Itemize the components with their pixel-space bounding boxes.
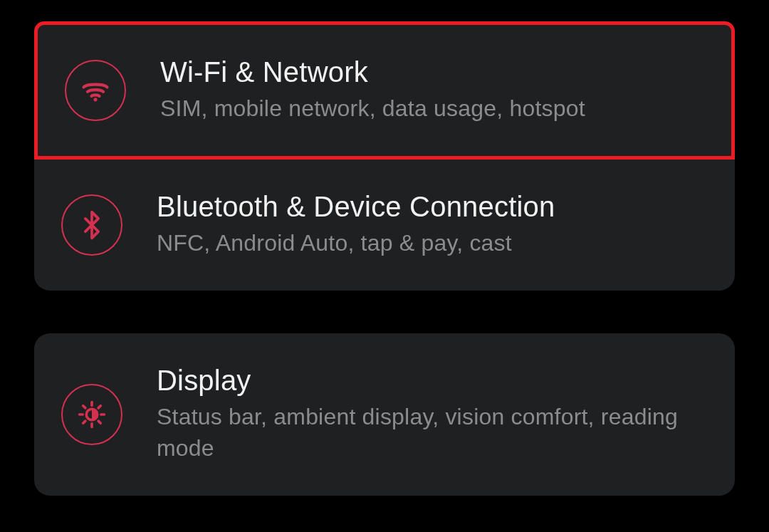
bluetooth-text-content: Bluetooth & Device Connection NFC, Andro… xyxy=(157,191,555,259)
svg-line-8 xyxy=(83,421,85,423)
svg-point-0 xyxy=(93,98,97,101)
svg-line-6 xyxy=(83,406,85,408)
display-text-content: Display Status bar, ambient display, vis… xyxy=(157,365,708,465)
wifi-title: Wi-Fi & Network xyxy=(160,56,585,88)
settings-card-group-1: Wi-Fi & Network SIM, mobile network, dat… xyxy=(34,21,735,291)
settings-row-bluetooth-device[interactable]: Bluetooth & Device Connection NFC, Andro… xyxy=(34,160,735,291)
bluetooth-title: Bluetooth & Device Connection xyxy=(157,191,555,223)
wifi-subtitle: SIM, mobile network, data usage, hotspot xyxy=(160,93,585,125)
bluetooth-icon xyxy=(76,209,108,241)
display-subtitle: Status bar, ambient display, vision comf… xyxy=(157,401,708,465)
settings-card-group-2: Display Status bar, ambient display, vis… xyxy=(34,333,735,496)
svg-line-9 xyxy=(98,406,100,408)
bluetooth-subtitle: NFC, Android Auto, tap & pay, cast xyxy=(157,227,555,259)
svg-line-7 xyxy=(98,421,100,423)
wifi-icon-circle xyxy=(65,60,126,121)
display-title: Display xyxy=(157,365,708,397)
wifi-text-content: Wi-Fi & Network SIM, mobile network, dat… xyxy=(160,56,585,125)
brightness-icon xyxy=(76,399,108,430)
bluetooth-icon-circle xyxy=(61,194,122,256)
settings-row-wifi-network[interactable]: Wi-Fi & Network SIM, mobile network, dat… xyxy=(34,21,735,160)
display-icon-circle xyxy=(61,384,122,445)
wifi-icon xyxy=(80,75,111,106)
settings-row-display[interactable]: Display Status bar, ambient display, vis… xyxy=(34,333,735,496)
